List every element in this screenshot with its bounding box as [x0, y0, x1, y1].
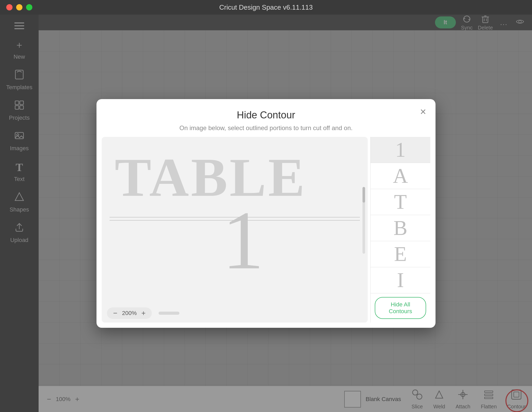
char-item-T[interactable]: T: [371, 189, 430, 215]
character-panel: 1 A T B E I Hide All Contours: [370, 137, 430, 323]
char-item-I[interactable]: I: [371, 267, 430, 293]
maximize-window-button[interactable]: [26, 4, 32, 10]
preview-canvas[interactable]: TABLE 1: [102, 137, 368, 304]
window-controls[interactable]: [6, 4, 32, 10]
preview-scrollbar[interactable]: [362, 187, 365, 254]
char-item-B[interactable]: B: [371, 215, 430, 241]
preview-area: TABLE 1 − 200%: [102, 137, 368, 323]
preview-horizontal-scrollbar[interactable]: [159, 312, 179, 315]
hide-all-contours-button[interactable]: Hide All Contours: [375, 297, 426, 319]
zoom-in-modal-button[interactable]: +: [139, 309, 148, 317]
preview-text: TABLE: [115, 147, 307, 208]
app-title: Cricut Design Space v6.11.113: [219, 3, 313, 11]
hide-contour-modal: × Hide Contour On image below, select ou…: [96, 99, 436, 328]
title-bar: Cricut Design Space v6.11.113: [0, 0, 532, 15]
zoom-control-modal: − 200% +: [107, 307, 152, 319]
preview-scrollbar-thumb[interactable]: [362, 187, 365, 203]
modal-close-button[interactable]: ×: [420, 106, 426, 117]
close-window-button[interactable]: [6, 4, 13, 10]
char-item-E[interactable]: E: [371, 241, 430, 267]
char-item-A[interactable]: A: [371, 163, 430, 189]
character-list: 1 A T B E I: [371, 137, 430, 293]
modal-subtitle: On image below, select outlined portions…: [179, 124, 353, 132]
preview-number: 1: [222, 192, 264, 288]
modal-title: Hide Contour: [237, 110, 295, 121]
zoom-out-modal-button[interactable]: −: [111, 309, 119, 317]
char-item-1[interactable]: 1: [371, 137, 430, 163]
preview-bottom-bar: − 200% +: [102, 304, 368, 323]
modal-body: TABLE 1 − 200%: [96, 137, 436, 328]
modal-header: × Hide Contour On image below, select ou…: [96, 99, 436, 137]
zoom-value-modal: 200%: [122, 310, 137, 317]
app-body: ＋ New Templates Projects: [0, 15, 532, 412]
modal-overlay[interactable]: × Hide Contour On image below, select ou…: [0, 15, 532, 412]
minimize-window-button[interactable]: [16, 4, 22, 10]
